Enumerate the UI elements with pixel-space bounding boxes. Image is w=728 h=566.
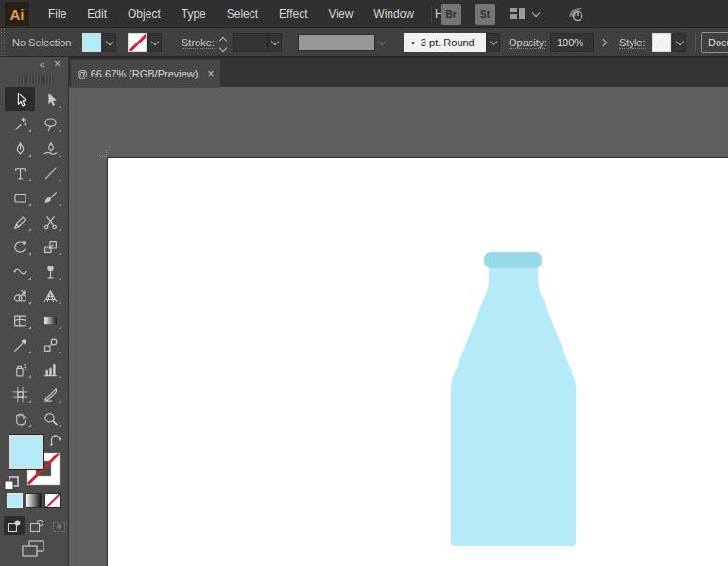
column-graph-tool[interactable] — [35, 357, 65, 382]
draw-behind-button[interactable] — [26, 516, 47, 535]
menu-select[interactable]: Select — [217, 0, 269, 28]
gradient-tool[interactable] — [35, 308, 65, 333]
scale-tool-icon — [43, 239, 59, 255]
scale-tool[interactable] — [35, 234, 65, 259]
chevron-down-icon — [489, 37, 496, 44]
mesh-tool-icon — [12, 313, 28, 329]
bridge-button[interactable]: Br — [441, 4, 461, 25]
bottle-artwork[interactable] — [108, 158, 728, 566]
workspace-chevron-down-icon[interactable] — [532, 9, 540, 17]
opacity-panel-link[interactable]: Opacity: — [509, 37, 546, 49]
perspective-grid-tool-icon — [43, 288, 59, 304]
default-fill-stroke-icon[interactable] — [4, 476, 19, 490]
workspace-switcher-icon[interactable] — [509, 7, 526, 24]
eyedropper-tool[interactable] — [5, 333, 35, 357]
scissors-tool[interactable] — [35, 210, 65, 234]
menu-file[interactable]: File — [38, 0, 77, 28]
gpu-performance-icon[interactable] — [565, 4, 590, 28]
document-setup-button[interactable]: Docu — [701, 32, 728, 53]
tools-panel-header: « × — [0, 57, 68, 72]
fill-color-indicator[interactable] — [9, 435, 43, 469]
zoom-tool[interactable] — [35, 406, 65, 431]
panel-close-icon[interactable]: × — [54, 59, 61, 70]
collapse-panel-icon[interactable]: « — [40, 60, 45, 70]
menu-window[interactable]: Window — [363, 0, 425, 28]
artboard-tool[interactable] — [5, 382, 35, 406]
menu-edit[interactable]: Edit — [77, 0, 117, 28]
chevron-right-icon — [599, 39, 607, 46]
tool-grid — [5, 87, 65, 431]
illustrator-logo[interactable]: Ai — [5, 2, 29, 26]
paintbrush-tool-icon — [43, 190, 59, 206]
graphic-style-swatch[interactable] — [652, 33, 671, 52]
brush-definition-dropdown[interactable]: • 3 pt. Round — [404, 33, 486, 52]
curvature-tool-icon — [43, 141, 59, 157]
draw-inside-button[interactable] — [49, 516, 70, 535]
line-segment-tool[interactable] — [35, 161, 65, 185]
chevron-down-icon — [150, 37, 158, 44]
drawing-modes-row — [4, 516, 70, 535]
graphic-style-dropdown[interactable] — [672, 33, 686, 52]
rotate-tool[interactable] — [5, 234, 35, 259]
type-tool[interactable] — [5, 161, 35, 185]
pen-tool[interactable] — [5, 136, 35, 161]
curvature-tool[interactable] — [35, 136, 65, 161]
shaper-tool[interactable] — [5, 210, 35, 234]
rectangle-tool[interactable] — [5, 185, 35, 210]
control-bar: No Selection Stroke: • 3 pt. Round Opaci… — [0, 28, 728, 57]
tab-close-icon[interactable]: × — [207, 68, 214, 79]
magic-wand-tool[interactable] — [5, 111, 35, 136]
menu-type[interactable]: Type — [171, 0, 217, 28]
stroke-panel-link[interactable]: Stroke: — [182, 37, 215, 49]
stroke-weight-field[interactable] — [233, 33, 268, 52]
lasso-tool[interactable] — [35, 111, 65, 136]
style-panel-link[interactable]: Style: — [619, 37, 646, 49]
document-tab[interactable]: @ 66.67% (RGB/Preview) × — [71, 60, 220, 88]
blend-tool[interactable] — [35, 333, 65, 357]
direct-selection-tool-icon — [43, 92, 59, 108]
slice-tool[interactable] — [35, 382, 65, 406]
gradient-button[interactable] — [26, 493, 42, 508]
opacity-expand-button[interactable] — [597, 33, 610, 52]
fill-color-dropdown[interactable] — [102, 33, 116, 52]
stroke-weight-stepper[interactable] — [217, 33, 229, 52]
fill-color-swatch[interactable] — [82, 33, 101, 52]
artboard-corner-mark — [100, 150, 107, 157]
color-button[interactable] — [7, 493, 23, 508]
shape-builder-tool[interactable] — [5, 283, 35, 308]
menu-view[interactable]: View — [319, 0, 364, 28]
stroke-weight-dropdown[interactable] — [268, 33, 282, 52]
menu-object[interactable]: Object — [117, 0, 171, 28]
draw-normal-button[interactable] — [4, 516, 25, 535]
canvas-area[interactable] — [69, 87, 728, 566]
symbol-sprayer-tool[interactable] — [5, 357, 35, 382]
stroke-color-swatch[interactable] — [128, 33, 147, 52]
width-tool[interactable] — [5, 259, 35, 283]
stock-button[interactable]: St — [475, 4, 495, 25]
controlbar-grip[interactable] — [0, 28, 7, 57]
direct-selection-tool[interactable] — [35, 87, 65, 111]
variable-width-profile-dropdown[interactable] — [298, 34, 375, 51]
stroke-color-dropdown[interactable] — [147, 33, 162, 52]
selection-tool[interactable] — [5, 87, 35, 111]
none-button[interactable] — [44, 493, 61, 508]
panel-drag-grip[interactable] — [17, 75, 53, 84]
hand-tool-icon — [12, 411, 28, 427]
opacity-input[interactable]: 100% — [550, 33, 594, 52]
mesh-tool[interactable] — [5, 308, 35, 333]
chevron-down-icon — [105, 37, 113, 44]
bottle-lip-shape[interactable] — [484, 252, 542, 268]
none-slash-icon — [129, 33, 147, 52]
hand-tool[interactable] — [5, 406, 35, 431]
swap-fill-stroke-icon[interactable] — [49, 435, 63, 447]
brush-dropdown-button[interactable] — [486, 33, 500, 52]
change-screen-mode-icon[interactable] — [21, 540, 45, 561]
eyedropper-tool-icon — [12, 337, 28, 353]
bottle-body-shape[interactable] — [451, 264, 576, 546]
perspective-grid-tool[interactable] — [35, 283, 65, 308]
menu-effect[interactable]: Effect — [269, 0, 318, 28]
rectangle-tool-icon — [12, 190, 28, 206]
puppet-warp-tool[interactable] — [35, 259, 65, 283]
paintbrush-tool[interactable] — [35, 185, 65, 210]
brush-definition-value: 3 pt. Round — [421, 37, 475, 48]
